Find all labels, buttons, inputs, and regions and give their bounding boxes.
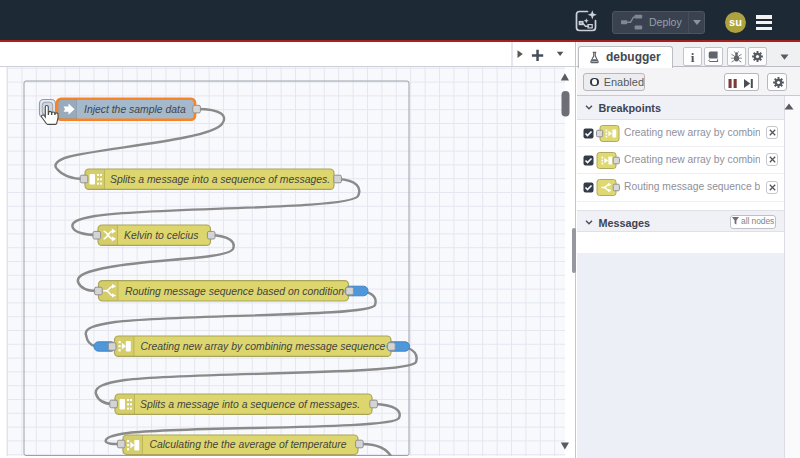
svg-text:Calculating the the average of: Calculating the the average of temperatu… (150, 439, 347, 450)
svg-text:Splits a message into a sequen: Splits a message into a sequence of mess… (140, 399, 360, 410)
svg-text:Routing message sequence based: Routing message sequence based on condit… (125, 286, 344, 297)
svg-text:Splits a message into a sequen: Splits a message into a sequence of mess… (110, 174, 330, 185)
svg-text:Creating new array by combinin: Creating new array by combining message … (141, 341, 386, 352)
svg-text:Kelvin to celcius: Kelvin to celcius (124, 230, 199, 241)
svg-text:Inject the sample data: Inject the sample data (84, 104, 186, 115)
